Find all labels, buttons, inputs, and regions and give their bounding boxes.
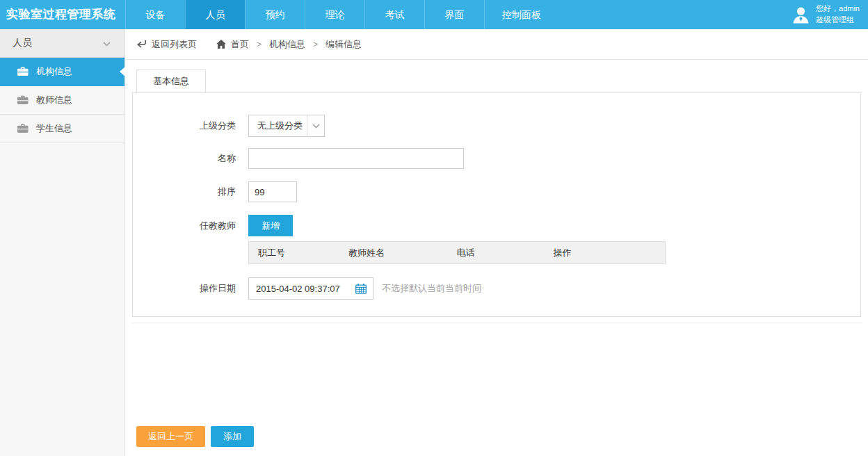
sidebar-item-label: 学生信息	[36, 122, 72, 135]
sort-input[interactable]	[248, 181, 297, 202]
back-link-label: 返回列表页	[152, 38, 197, 51]
teachers-table-header: 职工号 教师姓名 电话 操作	[248, 241, 666, 264]
briefcase-icon	[17, 95, 29, 105]
back-to-list-link[interactable]: 返回列表页	[136, 38, 197, 51]
user-info[interactable]: 您好，admin 超级管理组	[791, 0, 868, 29]
operation-date-hint: 不选择默认当前当前时间	[382, 282, 481, 295]
sidebar: 人员 机构信息	[0, 29, 125, 456]
add-teacher-button[interactable]: 新增	[248, 215, 293, 236]
user-text: 您好，admin 超级管理组	[816, 3, 860, 26]
column-header-operation: 操作	[545, 242, 665, 263]
add-submit-button[interactable]: 添加	[211, 426, 254, 447]
user-greeting: 您好，admin	[816, 3, 860, 15]
column-header-phone: 电话	[448, 242, 545, 263]
sidebar-section-personnel[interactable]: 人员	[0, 29, 124, 58]
tab-row: 基本信息	[136, 70, 868, 92]
top-nav: 设备 人员 预约 理论 考试 界面 控制面板	[125, 0, 558, 29]
calendar-icon[interactable]	[355, 284, 367, 294]
main-content: 返回列表页 首页 > 机构信息 > 编辑信息 基本信息 上级	[125, 29, 868, 456]
user-avatar-icon	[791, 6, 810, 24]
column-header-staff-id: 职工号	[249, 242, 339, 263]
operation-date-field[interactable]	[248, 277, 373, 300]
footer-actions: 返回上一页 添加	[136, 426, 254, 447]
breadcrumb: 首页 > 机构信息 > 编辑信息	[216, 38, 362, 51]
briefcase-icon	[17, 124, 29, 133]
column-header-teacher-name: 教师姓名	[339, 242, 447, 263]
breadcrumb-home[interactable]: 首页	[231, 38, 249, 51]
nav-item-equipment[interactable]: 设备	[125, 0, 185, 29]
back-button[interactable]: 返回上一页	[136, 426, 205, 447]
parent-category-label: 上级分类	[133, 120, 248, 132]
sort-label: 排序	[133, 186, 248, 198]
user-group: 超级管理组	[816, 15, 860, 26]
form-row-operation-date: 操作日期	[133, 277, 860, 300]
nav-item-interface[interactable]: 界面	[424, 0, 484, 29]
sidebar-section-label: 人员	[13, 37, 32, 49]
app-title: 实验室过程管理系统	[0, 0, 125, 29]
breadcrumb-separator: >	[313, 40, 318, 49]
breadcrumb-edit-info: 编辑信息	[326, 38, 362, 51]
sidebar-item-teacher-info[interactable]: 教师信息	[0, 86, 124, 115]
app-window: 实验室过程管理系统 设备 人员 预约 理论 考试 界面 控制面板 您好，admi…	[0, 0, 868, 456]
home-icon	[216, 40, 226, 49]
nav-item-reservation[interactable]: 预约	[245, 0, 305, 29]
name-label: 名称	[133, 152, 248, 165]
nav-item-control-panel[interactable]: 控制面板	[484, 0, 558, 29]
form-row-name: 名称	[133, 148, 860, 169]
sidebar-item-student-info[interactable]: 学生信息	[0, 115, 124, 143]
nav-item-personnel[interactable]: 人员	[185, 0, 245, 29]
form-row-sort: 排序	[133, 181, 860, 202]
operation-date-input[interactable]	[256, 284, 355, 294]
parent-category-value: 无上级分类	[249, 120, 307, 132]
edit-form-panel: 上级分类 无上级分类 名称 排序	[132, 92, 861, 317]
parent-category-select[interactable]: 无上级分类	[248, 115, 325, 137]
form-row-teachers: 任教教师 新增 职工号 教师姓名 电话 操作	[133, 215, 860, 264]
breadcrumb-bar: 返回列表页 首页 > 机构信息 > 编辑信息	[125, 29, 868, 60]
briefcase-icon	[17, 67, 29, 76]
name-input[interactable]	[248, 148, 464, 169]
breadcrumb-separator: >	[257, 40, 262, 49]
tab-basic-info[interactable]: 基本信息	[136, 70, 206, 92]
teachers-block: 新增 职工号 教师姓名 电话 操作	[248, 215, 666, 264]
breadcrumb-organization-info[interactable]: 机构信息	[269, 38, 305, 51]
teachers-label: 任教教师	[133, 215, 248, 236]
content-divider	[132, 323, 862, 323]
sidebar-item-label: 教师信息	[36, 94, 72, 106]
sidebar-item-label: 机构信息	[36, 65, 72, 78]
form-row-parent-category: 上级分类 无上级分类	[133, 115, 860, 137]
top-header: 实验室过程管理系统 设备 人员 预约 理论 考试 界面 控制面板 您好，admi…	[0, 0, 868, 29]
sidebar-item-organization-info[interactable]: 机构信息	[0, 58, 124, 86]
chevron-down-icon	[103, 38, 111, 49]
nav-item-theory[interactable]: 理论	[305, 0, 364, 29]
operation-date-label: 操作日期	[133, 282, 248, 295]
chevron-down-icon[interactable]	[307, 115, 324, 136]
nav-item-exam[interactable]: 考试	[364, 0, 424, 29]
return-arrow-icon	[136, 40, 147, 49]
